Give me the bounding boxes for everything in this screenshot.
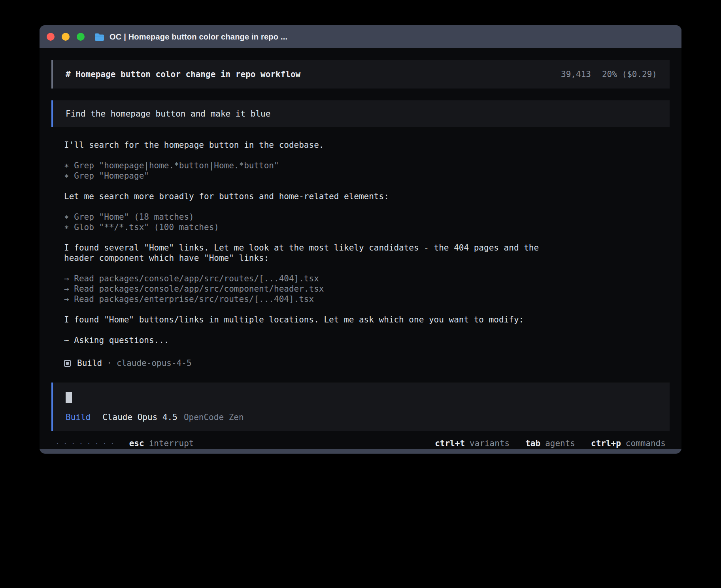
tool-call-group: ∗ Grep "Home" (18 matches) ∗ Glob "**/*.… (64, 212, 657, 232)
session-title: # Homepage button color change in repo w… (66, 70, 300, 79)
input-status-row: Build Claude Opus 4.5 OpenCode Zen (66, 413, 657, 422)
assistant-text: I found several "Home" links. Let me loo… (64, 243, 558, 263)
titlebar-title-group: OC | Homepage button color change in rep… (94, 32, 287, 41)
square-dot-icon (64, 360, 71, 367)
shortcut-agents: tab agents (525, 439, 575, 448)
tool-call-group: → Read packages/console/app/src/routes/[… (64, 273, 657, 304)
zoom-button[interactable] (77, 33, 85, 41)
esc-key-hint: esc (129, 439, 144, 448)
session-meta: 39,413 20% ($0.29) (561, 70, 657, 79)
agent-status: Build · claude-opus-4-5 (64, 358, 657, 368)
titlebar[interactable]: OC | Homepage button color change in rep… (40, 25, 681, 48)
transcript: I'll search for the homepage button in t… (51, 127, 670, 368)
ctrl-t-key-hint: ctrl+t (435, 439, 465, 448)
window-title: OC | Homepage button color change in rep… (109, 32, 287, 41)
model-label: Claude Opus 4.5 (102, 413, 177, 422)
tool-call-grep: ∗ Grep "Homepage" (64, 171, 657, 181)
ctrl-p-key-hint: ctrl+p (591, 439, 621, 448)
agent-name: Build (77, 358, 102, 368)
agents-label: agents (545, 439, 575, 448)
provider-label: OpenCode Zen (184, 413, 244, 422)
variants-label: variants (470, 439, 510, 448)
assistant-text: Let me search more broadly for buttons a… (64, 191, 558, 202)
asking-questions-text: ~ Asking questions... (64, 335, 558, 345)
tool-call-group: ∗ Grep "homepage|home.*button|Home.*butt… (64, 160, 657, 181)
assistant-status-message: ~ Asking questions... (64, 335, 558, 345)
assistant-message: I found "Home" buttons/links in multiple… (64, 315, 558, 325)
terminal-content: # Homepage button color change in repo w… (40, 48, 681, 449)
close-button[interactable] (47, 33, 55, 41)
statusbar-right: ctrl+t variants tab agents ctrl+p comman… (419, 439, 666, 448)
agent-separator: · (107, 358, 112, 368)
statusbar-left: ········ esc interrupt (55, 439, 194, 448)
assistant-message: I'll search for the homepage button in t… (64, 140, 558, 150)
tool-call-read: → Read packages/console/app/src/componen… (64, 284, 657, 294)
text-cursor (66, 392, 72, 403)
shortcut-commands: ctrl+p commands (591, 439, 666, 448)
minimize-button[interactable] (62, 33, 70, 41)
status-bar: ········ esc interrupt ctrl+t variants t… (51, 431, 670, 448)
terminal-window: OC | Homepage button color change in rep… (40, 25, 681, 454)
tab-key-hint: tab (525, 439, 540, 448)
tool-call-glob: ∗ Glob "**/*.tsx" (100 matches) (64, 222, 657, 232)
tool-call-grep: ∗ Grep "homepage|home.*button|Home.*butt… (64, 160, 657, 171)
session-header: # Homepage button color change in repo w… (51, 60, 670, 89)
shortcut-variants: ctrl+t variants (435, 439, 510, 448)
tool-call-read: → Read packages/enterprise/src/routes/[.… (64, 294, 657, 304)
traffic-lights (47, 33, 85, 41)
assistant-text: I found "Home" buttons/links in multiple… (64, 315, 558, 325)
folder-icon (94, 32, 105, 41)
assistant-message: I found several "Home" links. Let me loo… (64, 243, 558, 263)
tool-call-read: → Read packages/console/app/src/routes/[… (64, 273, 657, 284)
context-usage: 20% ($0.29) (602, 70, 657, 79)
spinner-dots: ········ (55, 439, 118, 448)
prompt-input[interactable]: Build Claude Opus 4.5 OpenCode Zen (51, 383, 670, 431)
commands-label: commands (626, 439, 666, 448)
agent-model: claude-opus-4-5 (117, 358, 192, 368)
mode-label[interactable]: Build (66, 413, 91, 422)
esc-key-label: interrupt (149, 439, 194, 448)
tool-call-grep: ∗ Grep "Home" (18 matches) (64, 212, 657, 222)
assistant-message: Let me search more broadly for buttons a… (64, 191, 558, 202)
user-message: Find the homepage button and make it blu… (51, 100, 670, 127)
user-message-text: Find the homepage button and make it blu… (66, 109, 270, 119)
token-count: 39,413 (561, 70, 591, 79)
assistant-text: I'll search for the homepage button in t… (64, 140, 558, 150)
